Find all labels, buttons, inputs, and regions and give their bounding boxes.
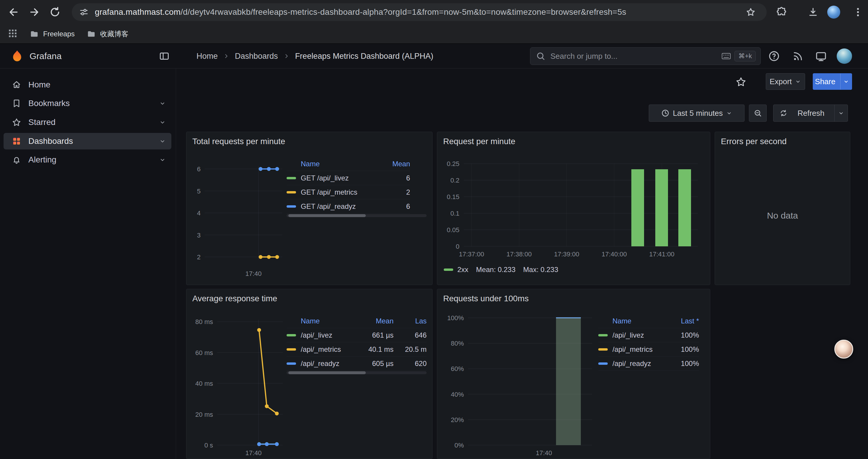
- url-domain: grafana.mathmast.com: [95, 7, 181, 17]
- keyboard-icon: [721, 53, 731, 60]
- series-name[interactable]: /api/_metrics: [301, 345, 341, 354]
- sidebar-item-alerting[interactable]: Alerting: [4, 152, 172, 168]
- refresh-interval-arrow[interactable]: [834, 105, 848, 121]
- panel-title[interactable]: Errors per second: [721, 137, 787, 146]
- forward-icon[interactable]: [28, 6, 40, 18]
- svg-text:17:40: 17:40: [536, 449, 552, 457]
- legend-inline: 2xx Mean: 0.233 Max: 0.233: [444, 266, 558, 274]
- legend-row: /api/_metrics 40.1 ms 20.5 m: [286, 342, 427, 357]
- bookmark-label: Freeleaps: [43, 30, 75, 38]
- panel-requests-under-100ms: Requests under 100ms 100%80%60%40%20%0%1…: [437, 289, 710, 459]
- svg-text:40 ms: 40 ms: [195, 380, 213, 387]
- browser-menu-icon[interactable]: [852, 6, 864, 18]
- series-name[interactable]: /api/_livez: [301, 331, 332, 339]
- panel-title[interactable]: Total requests per minute: [192, 137, 285, 146]
- help-icon[interactable]: [768, 50, 780, 62]
- news-rss-icon[interactable]: [792, 50, 804, 62]
- share-menu-arrow[interactable]: [840, 73, 852, 90]
- chevron-down-icon[interactable]: [159, 119, 166, 126]
- user-avatar[interactable]: [837, 48, 852, 64]
- apps-grid-icon[interactable]: [8, 28, 18, 40]
- series-mean: 605 µs: [360, 359, 394, 368]
- export-label: Export: [770, 77, 792, 86]
- series-swatch: [286, 334, 296, 336]
- chart-average-response-time[interactable]: 80 ms60 ms40 ms20 ms0 s17:40: [186, 313, 284, 459]
- sidebar-item-bookmarks[interactable]: Bookmarks: [4, 95, 172, 112]
- bookmark-star-icon[interactable]: [745, 6, 756, 18]
- home-icon: [12, 80, 21, 90]
- series-name[interactable]: GET /api/_livez: [301, 174, 349, 182]
- chevron-right-icon: [223, 53, 229, 59]
- scrollbar-thumb[interactable]: [288, 371, 366, 374]
- sidebar-item-dashboards[interactable]: Dashboards: [4, 133, 172, 150]
- download-icon[interactable]: [807, 6, 819, 18]
- series-name[interactable]: /api/_livez: [613, 331, 644, 339]
- refresh-button[interactable]: Refresh: [773, 104, 848, 122]
- kiosk-monitor-icon[interactable]: [815, 50, 827, 62]
- series-swatch: [598, 348, 608, 351]
- bookmark-folder-freeleaps[interactable]: Freeleaps: [30, 29, 75, 39]
- share-button[interactable]: Share: [813, 73, 852, 90]
- series-name[interactable]: /api/_metrics: [613, 345, 653, 354]
- legend-col-last[interactable]: Last *: [666, 317, 699, 325]
- favorite-star-icon[interactable]: [735, 76, 747, 88]
- legend-table: Name Mean GET /api/_livez 6 GET /api/_me…: [286, 157, 410, 214]
- legend-col-mean[interactable]: Mean: [378, 160, 410, 168]
- extensions-icon[interactable]: [776, 6, 787, 18]
- legend-scrollbar[interactable]: [286, 371, 427, 374]
- chevron-down-icon[interactable]: [159, 138, 166, 145]
- time-range-picker[interactable]: Last 5 minutes: [649, 104, 745, 122]
- panel-average-response-time: Average response time 80 ms60 ms40 ms20 …: [186, 289, 433, 459]
- url-bar[interactable]: grafana.mathmast.com/d/deytv4rwavabkb/fr…: [72, 3, 767, 21]
- chevron-down-icon[interactable]: [159, 100, 166, 107]
- sidebar-item-starred[interactable]: Starred: [4, 114, 172, 131]
- series-swatch: [286, 177, 296, 179]
- breadcrumb-home[interactable]: Home: [196, 52, 218, 61]
- screen: grafana.mathmast.com/d/deytv4rwavabkb/fr…: [0, 0, 868, 459]
- legend-col-name[interactable]: Name: [598, 317, 666, 325]
- svg-text:0.25: 0.25: [447, 160, 459, 167]
- chart-total-requests[interactable]: 6543217:40: [186, 156, 284, 283]
- legend-col-name[interactable]: Name: [286, 160, 378, 168]
- scrollbar-thumb[interactable]: [288, 214, 366, 217]
- reload-icon[interactable]: [49, 6, 61, 18]
- series-name[interactable]: GET /api/_readyz: [301, 202, 356, 210]
- chevron-down-icon[interactable]: [159, 156, 166, 163]
- panel-title[interactable]: Request per minute: [443, 137, 515, 146]
- series-name[interactable]: /api/_readyz: [613, 359, 651, 368]
- time-range-label: Last 5 minutes: [673, 109, 723, 118]
- panel-title[interactable]: Requests under 100ms: [443, 294, 529, 303]
- grafana-header: Grafana Home Dashboards Freeleaps Metric…: [0, 44, 868, 68]
- sidebar-item-home[interactable]: Home: [4, 76, 172, 93]
- assistant-avatar[interactable]: [834, 340, 853, 359]
- tune-icon[interactable]: [79, 7, 89, 17]
- chart-requests-under-100ms[interactable]: 100%80%60%40%20%0%17:40: [437, 313, 594, 459]
- browser-profile-avatar[interactable]: [827, 6, 840, 19]
- series-name[interactable]: 2xx: [457, 266, 468, 274]
- breadcrumb-dashboards[interactable]: Dashboards: [235, 52, 278, 61]
- export-button[interactable]: Export: [766, 73, 805, 90]
- refresh-icon: [779, 109, 788, 117]
- series-swatch: [444, 268, 453, 271]
- svg-text:0.05: 0.05: [447, 226, 459, 234]
- legend-col-last[interactable]: Las: [394, 317, 427, 325]
- sidebar-toggle-icon[interactable]: [159, 51, 169, 61]
- bookmark-folder-blogs[interactable]: 收藏博客: [87, 29, 128, 39]
- series-mean: 2: [378, 188, 410, 196]
- series-name[interactable]: GET /api/_metrics: [301, 188, 358, 196]
- back-icon[interactable]: [8, 6, 20, 18]
- legend-col-name[interactable]: Name: [286, 317, 360, 325]
- series-name[interactable]: /api/_readyz: [301, 359, 339, 368]
- series-last: 20.5 m: [394, 345, 427, 354]
- legend-scrollbar[interactable]: [286, 214, 427, 217]
- chevron-down-icon: [795, 78, 801, 85]
- search-input[interactable]: Search or jump to... ⌘+k: [530, 47, 761, 65]
- chart-request-per-minute[interactable]: 0.250.20.150.10.05017:37:0017:38:0017:39…: [437, 156, 700, 283]
- legend-col-mean[interactable]: Mean: [360, 317, 394, 325]
- zoom-out-button[interactable]: [749, 104, 767, 122]
- search-placeholder: Search or jump to...: [550, 52, 617, 61]
- sidebar-item-label: Home: [28, 80, 51, 90]
- svg-text:4: 4: [197, 209, 200, 217]
- panel-title[interactable]: Average response time: [192, 294, 277, 303]
- grafana-logo[interactable]: [11, 50, 24, 64]
